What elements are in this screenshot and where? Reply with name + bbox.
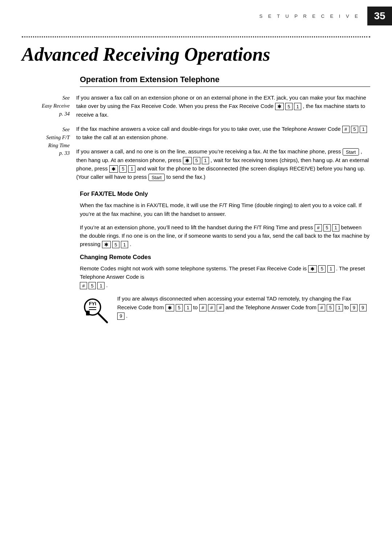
key-hash-7: # [318, 304, 325, 311]
fyi-text: If you are always disconnected when acce… [117, 294, 370, 325]
key-5-9: 5 [176, 304, 183, 311]
key-hash-6: # [217, 304, 224, 311]
key-1-9: 1 [184, 304, 192, 311]
section1-para2: If the fax machine answers a voice call … [76, 125, 370, 142]
sidebar-p34: p. 34 [59, 111, 70, 117]
dotted-separator [22, 36, 370, 37]
page-header: S E T U P R E C E I V E 35 [0, 0, 392, 25]
key-1-5: 1 [332, 224, 339, 231]
key-1-2: 1 [360, 126, 367, 133]
key-5-7: 5 [318, 265, 326, 273]
start-key-1: Start [343, 148, 359, 156]
key-hash-4: # [199, 304, 207, 311]
section1-para1: If you answer a fax call on an extension… [76, 93, 370, 119]
section2-para1: When the fax machine is in FAX/TEL mode,… [80, 201, 370, 218]
key-1-3: 1 [202, 157, 209, 164]
section1-body: See Easy Receive p. 34 See Setting F/T R… [22, 93, 370, 187]
key-star-1: ✱ [275, 103, 284, 110]
key-hash-2: # [315, 224, 322, 231]
sidebar-easy-receive: Easy Receive [42, 103, 70, 109]
key-hash-3: # [80, 282, 87, 289]
key-star-3: ✱ [109, 165, 118, 173]
key-hash-5: # [208, 304, 215, 311]
section1-main-text: If you answer a fax call on an extension… [76, 93, 370, 187]
key-star-6: ✱ [166, 304, 174, 311]
key-5-6: 5 [112, 241, 119, 248]
key-5-1: 5 [285, 103, 293, 110]
fyi-icon: FYI [80, 294, 111, 325]
chapter-title: Advanced Receiving Operations [22, 44, 370, 65]
key-hash-1: # [342, 126, 350, 133]
svg-text:FYI: FYI [89, 301, 96, 306]
sidebar-p33: p. 33 [59, 150, 70, 156]
key-9-2: 9 [359, 304, 367, 311]
sidebar-ring-time: Ring Time [48, 142, 70, 148]
section3-para1: Remote Codes might not work with some te… [80, 264, 370, 290]
sidebar-notes: See Easy Receive p. 34 See Setting F/T R… [22, 93, 76, 187]
fyi-section: FYI If you are always disconnected when … [80, 294, 370, 325]
key-5-10: 5 [327, 304, 334, 311]
page-number: 35 [367, 7, 392, 25]
section1-heading: Operation from Extension Telephone [80, 75, 370, 87]
sidebar-setting-ft: Setting F/T [46, 134, 70, 140]
key-star-5: ✱ [308, 265, 317, 273]
key-9-1: 9 [350, 304, 358, 311]
key-9-3: 9 [117, 313, 124, 320]
key-1-6: 1 [121, 241, 128, 248]
key-1-1: 1 [294, 103, 301, 110]
svg-rect-5 [86, 311, 90, 315]
section2-heading: For FAX/TEL Mode Only [80, 190, 370, 197]
sidebar-see1: See [62, 95, 70, 101]
section2-para2: If you’re at an extension phone, you’ll … [80, 223, 370, 249]
key-5-3: 5 [193, 157, 200, 164]
sidebar-see2: See [62, 126, 70, 132]
header-text: S E T U P R E C E I V E [260, 13, 360, 19]
fyi-svg: FYI [81, 295, 110, 325]
key-star-4: ✱ [102, 241, 111, 248]
main-content: Advanced Receiving Operations Operation … [0, 44, 392, 325]
section1-para3: If you answer a call, and no one is on t… [76, 147, 370, 181]
key-1-10: 1 [336, 304, 343, 311]
section3-heading: Changing Remote Codes [80, 254, 370, 261]
start-key-2: Start [148, 174, 165, 181]
key-star-2: ✱ [183, 157, 192, 164]
key-5-2: 5 [351, 126, 358, 133]
key-5-4: 5 [119, 165, 127, 173]
key-1-8: 1 [97, 282, 105, 289]
key-1-4: 1 [128, 165, 135, 173]
key-1-7: 1 [327, 265, 335, 273]
svg-line-1 [98, 314, 107, 322]
key-5-8: 5 [89, 282, 96, 289]
page: S E T U P R E C E I V E 35 Advanced Rece… [0, 0, 392, 552]
key-5-5: 5 [323, 224, 331, 231]
